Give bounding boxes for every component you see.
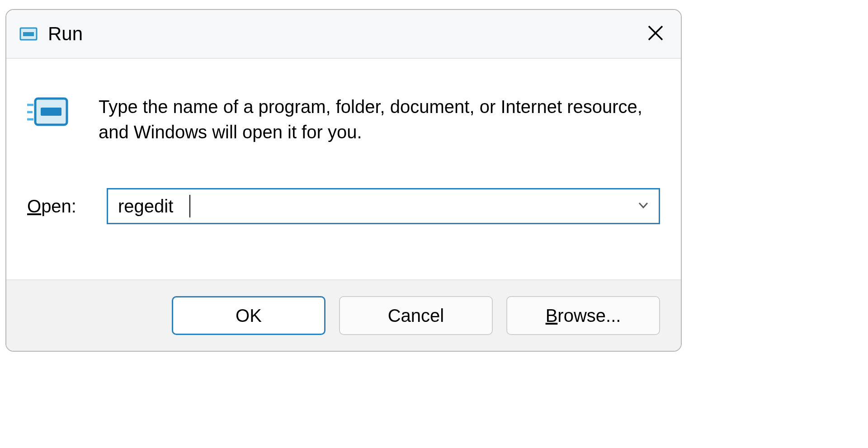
chevron-down-icon <box>637 199 649 213</box>
titlebar: Run <box>6 10 681 59</box>
ok-button[interactable]: OK <box>172 296 326 335</box>
browse-button[interactable]: Browse... <box>506 296 660 335</box>
browse-button-label: Browse... <box>546 306 621 326</box>
dialog-body: Type the name of a program, folder, docu… <box>6 59 681 279</box>
run-dialog: Run <box>5 9 682 352</box>
ok-button-label: OK <box>236 306 262 326</box>
cancel-button-label: Cancel <box>388 306 444 326</box>
combobox-dropdown-button[interactable] <box>634 189 652 223</box>
text-cursor <box>189 195 190 217</box>
run-app-icon <box>19 24 38 43</box>
cancel-button[interactable]: Cancel <box>339 296 493 335</box>
open-label: Open: <box>27 196 107 217</box>
svg-rect-1 <box>23 32 34 36</box>
dialog-footer: OK Cancel Browse... <box>6 279 681 351</box>
close-button[interactable] <box>641 19 670 48</box>
open-combobox[interactable] <box>107 188 660 224</box>
svg-rect-8 <box>41 108 61 116</box>
dialog-title: Run <box>48 23 641 45</box>
dialog-description: Type the name of a program, folder, docu… <box>99 94 659 145</box>
open-input[interactable] <box>108 189 659 223</box>
run-large-icon <box>27 97 69 128</box>
close-icon <box>647 24 664 43</box>
